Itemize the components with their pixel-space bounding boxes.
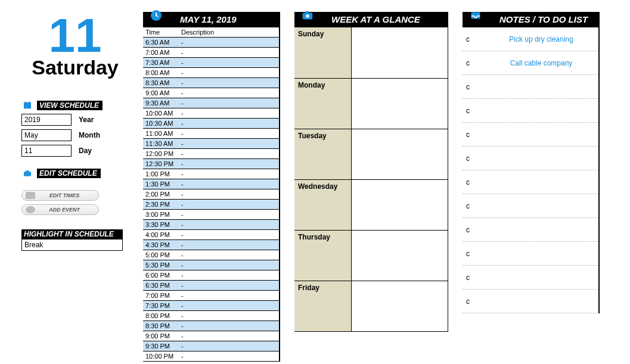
schedule-time: 2:30 PM — [143, 200, 179, 210]
week-day-cell[interactable] — [352, 231, 448, 281]
schedule-row[interactable]: 8:30 PM- — [143, 321, 279, 331]
week-day-cell[interactable] — [352, 27, 448, 78]
schedule-row[interactable]: 10:00 PM- — [143, 351, 279, 362]
schedule-desc[interactable]: - — [179, 98, 279, 108]
schedule-row[interactable]: 10:00 AM- — [143, 108, 279, 119]
day-input[interactable] — [21, 145, 72, 157]
highlight-input[interactable]: Break — [21, 239, 123, 251]
schedule-row[interactable]: 11:30 AM- — [143, 139, 279, 149]
schedule-desc[interactable]: - — [179, 78, 279, 88]
schedule-desc[interactable]: - — [179, 341, 279, 351]
schedule-desc[interactable]: - — [179, 230, 279, 240]
schedule-desc[interactable]: - — [179, 220, 279, 230]
schedule-time: 4:30 PM — [143, 240, 179, 250]
schedule-desc[interactable]: - — [179, 200, 279, 210]
schedule-row[interactable]: 2:00 PM- — [143, 189, 279, 200]
schedule-desc[interactable]: - — [179, 108, 279, 119]
schedule-row[interactable]: 5:30 PM- — [143, 260, 279, 270]
note-row[interactable]: c — [463, 99, 598, 123]
schedule-row[interactable]: 6:30 PM- — [143, 281, 279, 291]
schedule-desc[interactable]: - — [179, 270, 279, 281]
schedule-desc[interactable]: - — [179, 189, 279, 200]
schedule-row[interactable]: 7:00 AM- — [143, 48, 279, 58]
note-row[interactable]: c — [463, 123, 598, 147]
schedule-desc[interactable]: - — [179, 88, 279, 98]
month-input[interactable] — [21, 129, 72, 141]
schedule-desc[interactable]: - — [179, 321, 279, 331]
schedule-desc[interactable]: - — [179, 139, 279, 149]
schedule-desc[interactable]: - — [179, 129, 279, 139]
schedule-row[interactable]: 4:00 PM- — [143, 230, 279, 240]
schedule-row[interactable]: 3:00 PM- — [143, 210, 279, 220]
schedule-desc[interactable]: - — [179, 38, 279, 48]
schedule-desc[interactable]: - — [179, 119, 279, 129]
schedule-row[interactable]: 1:00 PM- — [143, 169, 279, 179]
note-row[interactable]: c — [463, 218, 598, 242]
schedule-row[interactable]: 8:00 PM- — [143, 311, 279, 321]
add-event-button[interactable]: ADD EVENT — [21, 204, 99, 215]
schedule-row[interactable]: 10:30 AM- — [143, 119, 279, 129]
schedule-desc[interactable]: - — [179, 351, 279, 362]
schedule-desc[interactable]: - — [179, 68, 279, 78]
schedule-row[interactable]: 8:00 AM- — [143, 68, 279, 78]
note-row[interactable]: c — [463, 147, 598, 170]
schedule-row[interactable]: 4:30 PM- — [143, 240, 279, 250]
schedule-desc[interactable]: - — [179, 179, 279, 189]
schedule-row[interactable]: 8:30 AM- — [143, 78, 279, 88]
schedule-desc[interactable]: - — [179, 48, 279, 58]
week-day-label: Wednesday — [294, 180, 352, 230]
schedule-time: 11:00 AM — [143, 129, 179, 139]
note-row[interactable]: cPick up dry cleaning — [463, 27, 598, 51]
schedule-row[interactable]: 12:30 PM- — [143, 159, 279, 169]
schedule-desc[interactable]: - — [179, 281, 279, 291]
week-day-cell[interactable] — [352, 79, 448, 129]
schedule-desc[interactable]: - — [179, 250, 279, 260]
schedule-row[interactable]: 12:00 PM- — [143, 149, 279, 159]
schedule-row[interactable]: 7:30 AM- — [143, 58, 279, 68]
schedule-row[interactable]: 7:00 PM- — [143, 291, 279, 301]
edit-times-button[interactable]: EDIT TIMES — [21, 190, 99, 201]
note-row[interactable]: c — [463, 266, 598, 290]
schedule-desc[interactable]: - — [179, 159, 279, 169]
svg-point-8 — [306, 14, 309, 18]
schedule-row[interactable]: 2:30 PM- — [143, 200, 279, 210]
schedule-desc[interactable]: - — [179, 210, 279, 220]
schedule-desc[interactable]: - — [179, 240, 279, 250]
schedule-desc[interactable]: - — [179, 311, 279, 321]
calendar-icon — [21, 101, 33, 110]
note-row[interactable]: c — [463, 242, 598, 266]
week-day-cell[interactable] — [352, 129, 448, 179]
note-row[interactable]: c — [463, 194, 598, 218]
schedule-row[interactable]: 9:30 PM- — [143, 341, 279, 351]
note-row[interactable]: c — [463, 290, 598, 313]
schedule-row[interactable]: 9:00 PM- — [143, 331, 279, 341]
schedule-row[interactable]: 9:00 AM- — [143, 88, 279, 98]
schedule-row[interactable]: 3:30 PM- — [143, 220, 279, 230]
week-day-cell[interactable] — [352, 180, 448, 230]
schedule-desc[interactable]: - — [179, 301, 279, 311]
schedule-desc[interactable]: - — [179, 260, 279, 270]
svg-rect-4 — [24, 172, 31, 176]
schedule-row[interactable]: 6:00 PM- — [143, 270, 279, 281]
schedule-row[interactable]: 1:30 PM- — [143, 179, 279, 189]
note-row[interactable]: cCall cable company — [463, 51, 598, 75]
schedule-row[interactable]: 7:30 PM- — [143, 301, 279, 311]
schedule-time: 5:00 PM — [143, 250, 179, 260]
schedule-desc[interactable]: - — [179, 149, 279, 159]
schedule-desc[interactable]: - — [179, 169, 279, 179]
schedule-row[interactable]: 6:30 AM- — [143, 38, 279, 48]
note-row[interactable]: c — [463, 170, 598, 194]
week-day-cell[interactable] — [352, 281, 448, 331]
schedule-desc[interactable]: - — [179, 291, 279, 301]
schedule-row[interactable]: 11:00 AM- — [143, 129, 279, 139]
note-bullet: c — [465, 250, 471, 258]
note-bullet: c — [465, 273, 471, 282]
week-day-label: Sunday — [294, 27, 352, 78]
schedule-row[interactable]: 5:00 PM- — [143, 250, 279, 260]
note-row[interactable]: c — [463, 75, 598, 99]
schedule-desc[interactable]: - — [179, 331, 279, 341]
schedule-desc[interactable]: - — [179, 58, 279, 68]
schedule-row[interactable]: 9:30 AM- — [143, 98, 279, 108]
year-input[interactable] — [21, 114, 72, 126]
week-day-label: Thursday — [294, 231, 352, 281]
